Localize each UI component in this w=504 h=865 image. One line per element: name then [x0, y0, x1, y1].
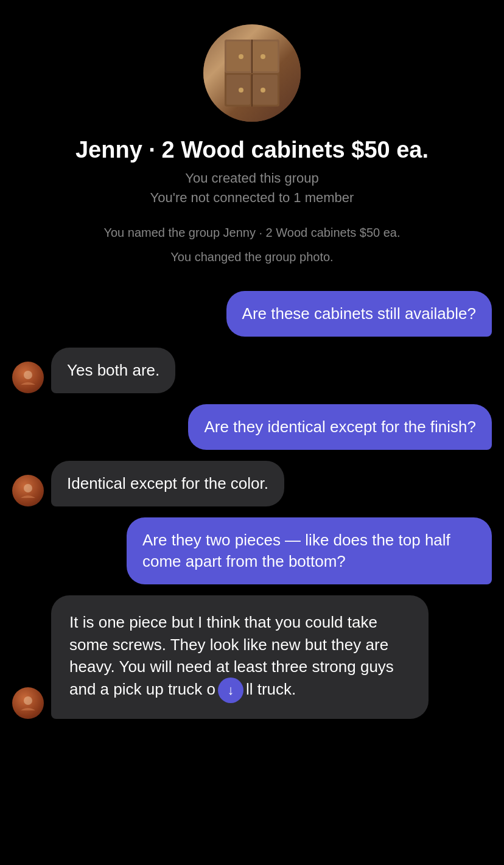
svg-point-14: [24, 484, 32, 492]
bubble-incoming-1: Yes both are.: [51, 348, 175, 393]
group-subtitle2: You're not connected to 1 member: [150, 190, 354, 206]
system-message-name: You named the group Jenny · 2 Wood cabin…: [73, 224, 430, 241]
svg-point-9: [239, 54, 243, 59]
message-row: Yes both are.: [12, 348, 492, 393]
bubble-outgoing-1: Are these cabinets still available?: [226, 291, 492, 337]
sender-avatar-3: [12, 687, 44, 719]
group-subtitle1: You created this group: [185, 170, 318, 186]
bubble-incoming-2: Identical except for the color.: [51, 461, 284, 506]
group-header: Jenny · 2 Wood cabinets $50 ea. You crea…: [0, 0, 504, 285]
message-row: It is one piece but I think that you cou…: [12, 595, 492, 719]
sender-avatar-1: [12, 362, 44, 393]
message-row: Are they two pieces — like does the top …: [12, 517, 492, 584]
scroll-indicator[interactable]: ↓: [218, 678, 243, 703]
bubble-outgoing-2: Are they identical except for the finish…: [188, 404, 492, 450]
group-avatar[interactable]: [203, 24, 301, 122]
svg-point-13: [24, 371, 32, 379]
svg-point-12: [261, 88, 265, 93]
long-message-text-after: ll truck.: [246, 680, 296, 698]
chat-area: Are these cabinets still available? Yes …: [0, 285, 504, 726]
svg-rect-5: [226, 41, 250, 71]
message-row: Are they identical except for the finish…: [12, 404, 492, 450]
svg-point-15: [24, 696, 32, 705]
message-row: Are these cabinets still available?: [12, 291, 492, 337]
svg-point-11: [239, 88, 243, 93]
sender-avatar-2: [12, 475, 44, 506]
scroll-down-icon: ↓: [227, 684, 234, 697]
bubble-incoming-long: It is one piece but I think that you cou…: [51, 595, 429, 719]
svg-point-10: [261, 54, 265, 59]
message-row: Identical except for the color.: [12, 461, 492, 506]
bubble-outgoing-3: Are they two pieces — like does the top …: [127, 517, 492, 584]
svg-rect-7: [226, 75, 250, 105]
chat-screen: Jenny · 2 Wood cabinets $50 ea. You crea…: [0, 0, 504, 865]
system-message-photo: You changed the group photo.: [140, 248, 363, 265]
group-title: Jenny · 2 Wood cabinets $50 ea.: [57, 136, 447, 164]
